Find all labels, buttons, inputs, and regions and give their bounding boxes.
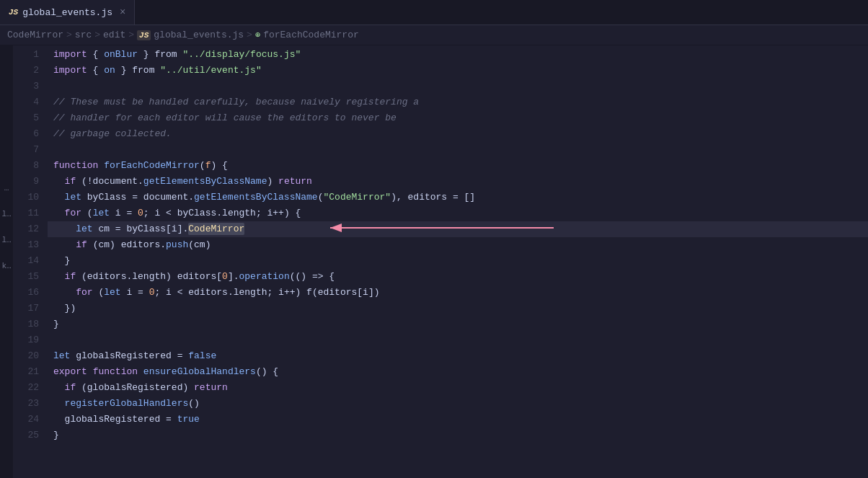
line-num-2: 2 — [13, 63, 39, 79]
code-content: import { onBlur } from "../display/focus… — [48, 45, 868, 478]
line-num-23: 23 — [13, 396, 39, 412]
bc-js-icon: JS — [137, 30, 151, 40]
bc-sep-4: > — [247, 30, 252, 40]
code-line-16: for (let i = 0; i < editors.length; i++)… — [48, 285, 868, 301]
bc-edit: edit — [103, 30, 125, 40]
code-line-6: // garbage collected. — [48, 126, 868, 142]
js-file-icon: JS — [9, 8, 18, 17]
editor-container: 1 2 3 4 5 6 7 8 9 10 11 12 13 14 15 16 1… — [13, 45, 868, 478]
line-num-14: 14 — [13, 253, 39, 269]
line-num-5: 5 — [13, 110, 39, 126]
line-num-17: 17 — [13, 301, 39, 317]
tab-filename: global_events.js — [22, 7, 112, 18]
code-line-20: let globalsRegistered = false — [48, 348, 868, 364]
bc-sep-3: > — [128, 30, 134, 40]
code-line-10: let byClass = document.getElementsByClas… — [48, 190, 868, 205]
line-num-21: 21 — [13, 364, 39, 380]
code-line-12: let cm = byClass[i].CodeMirror — [48, 221, 868, 237]
code-line-14: } — [48, 253, 868, 269]
indicator-ellipsis-4: k… — [1, 262, 11, 270]
bc-sep-2: > — [94, 30, 100, 40]
line-num-19: 19 — [13, 332, 39, 348]
line-num-8: 8 — [13, 158, 39, 174]
bc-sep-1: > — [66, 30, 72, 40]
indicator-1 — [4, 47, 9, 53]
line-num-9: 9 — [13, 174, 39, 190]
code-line-2: import { on } from "../util/event.js" — [48, 63, 868, 79]
line-num-22: 22 — [13, 380, 39, 396]
line-num-15: 15 — [13, 269, 39, 285]
code-line-1: import { onBlur } from "../display/focus… — [48, 47, 868, 63]
line-num-10: 10 — [13, 190, 39, 205]
code-line-21: export function ensureGlobalHandlers() { — [48, 364, 868, 380]
line-num-20: 20 — [13, 348, 39, 364]
line-num-6: 6 — [13, 126, 39, 142]
code-line-3 — [48, 79, 868, 94]
code-line-13: if (cm) editors.push(cm) — [48, 237, 868, 253]
bc-codemirror: CodeMirror — [7, 30, 63, 40]
line-num-4: 4 — [13, 94, 39, 110]
breadcrumb: CodeMirror > src > edit > JS global_even… — [0, 25, 868, 45]
code-line-11: for (let i = 0; i < byClass.length; i++)… — [48, 205, 868, 221]
line-num-18: 18 — [13, 317, 39, 332]
line-num-24: 24 — [13, 412, 39, 428]
code-line-23: registerGlobalHandlers() — [48, 396, 868, 412]
code-line-24: globalsRegistered = true — [48, 412, 868, 428]
bc-function: forEachCodeMirror — [263, 30, 359, 40]
active-tab[interactable]: JS global_events.js × — [0, 0, 135, 25]
minimap-indicators: … l… l… k… — [0, 45, 13, 478]
code-line-7 — [48, 142, 868, 158]
line-num-11: 11 — [13, 205, 39, 221]
code-line-19 — [48, 332, 868, 348]
line-num-13: 13 — [13, 237, 39, 253]
bc-src: src — [75, 30, 92, 40]
code-line-8: function forEachCodeMirror(f) { — [48, 158, 868, 174]
line-num-7: 7 — [13, 142, 39, 158]
line-num-1: 1 — [13, 47, 39, 63]
line-num-3: 3 — [13, 79, 39, 94]
indicator-ellipsis-1: … — [4, 184, 9, 192]
code-line-22: if (globalsRegistered) return — [48, 380, 868, 396]
line-num-25: 25 — [13, 428, 39, 443]
code-line-17: }) — [48, 301, 868, 317]
code-line-18: } — [48, 317, 868, 332]
code-line-5: // handler for each editor will cause th… — [48, 110, 868, 126]
bc-func-icon: ⊕ — [255, 30, 260, 40]
indicator-ellipsis-3: l… — [1, 236, 11, 244]
line-numbers: 1 2 3 4 5 6 7 8 9 10 11 12 13 14 15 16 1… — [13, 45, 48, 478]
line-num-12: 12 — [13, 221, 39, 237]
bc-filename: global_events.js — [154, 30, 244, 40]
editor: … l… l… k… 1 2 3 4 5 6 7 8 9 10 11 12 13… — [0, 45, 868, 478]
code-line-9: if (!document.getElementsByClassName) re… — [48, 174, 868, 190]
tab-bar: JS global_events.js × — [0, 0, 868, 25]
indicator-ellipsis-2: l… — [1, 210, 11, 218]
code-line-4: // These must be handled carefully, beca… — [48, 94, 868, 110]
tab-close-button[interactable]: × — [120, 6, 125, 18]
line-num-16: 16 — [13, 285, 39, 301]
code-line-15: if (editors.length) editors[0].operation… — [48, 269, 868, 285]
code-line-25: } — [48, 428, 868, 443]
